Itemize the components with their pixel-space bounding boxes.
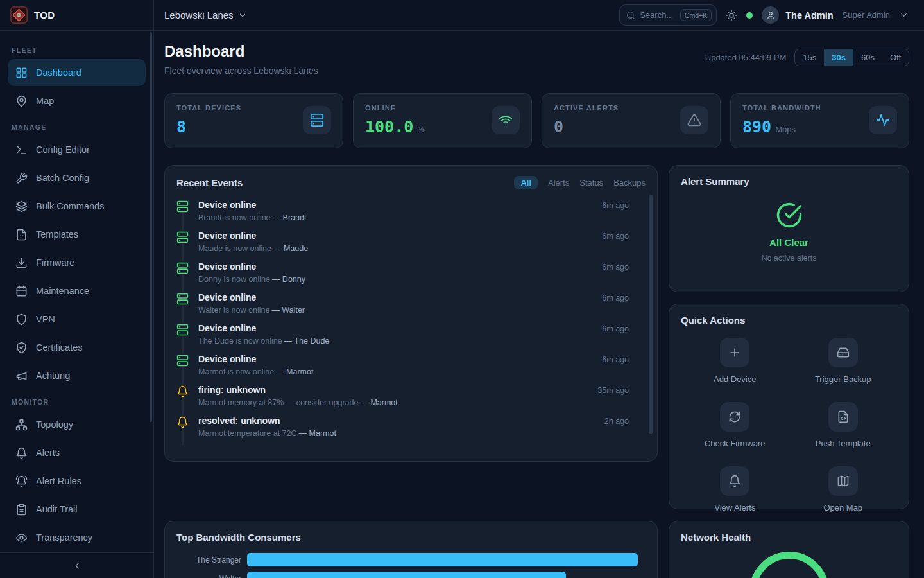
sidebar-item-maintenance[interactable]: Maintenance <box>8 277 146 304</box>
search-input[interactable] <box>640 10 676 20</box>
sidebar-item-dashboard[interactable]: Dashboard <box>8 59 146 86</box>
sidebar-item-batch-config[interactable]: Batch Config <box>8 164 146 191</box>
calendar-icon <box>15 285 28 297</box>
sidebar-collapse-button[interactable] <box>0 552 153 578</box>
sidebar-item-label: Dashboard <box>36 67 81 78</box>
event-title: Device online <box>198 354 593 364</box>
event-tabs: All Alerts Status Backups <box>514 176 646 189</box>
sidebar-item-vpn[interactable]: VPN <box>8 306 146 333</box>
search-box[interactable]: Cmd+K <box>619 4 717 26</box>
event-detail: Walter is now online <box>198 306 270 315</box>
add-device-button[interactable]: Add Device <box>681 338 789 384</box>
sidebar-item-label: Map <box>36 96 54 106</box>
server-icon <box>176 200 189 213</box>
check-circle-icon <box>776 202 803 229</box>
sidebar-scrollbar[interactable] <box>150 32 152 422</box>
tab-all[interactable]: All <box>514 176 538 189</box>
recent-events-panel: Recent Events All Alerts Status Backups … <box>164 165 658 462</box>
sidebar-item-audit-trail[interactable]: Audit Trail <box>8 496 146 523</box>
event-time: 6m ago <box>602 232 629 241</box>
sidebar-item-firmware[interactable]: Firmware <box>8 249 146 276</box>
bell-icon <box>15 447 28 459</box>
server-icon <box>176 261 189 274</box>
shield-icon <box>15 313 28 326</box>
stat-card-total-devices: TOTAL DEVICES 8 <box>164 93 343 148</box>
sidebar-item-certificates[interactable]: Certificates <box>8 334 146 361</box>
qa-label: Push Template <box>816 439 871 448</box>
chevron-left-icon <box>72 561 82 571</box>
event-row[interactable]: Device online Marmot is now online— Marm… <box>176 354 646 385</box>
terminal-icon <box>15 144 28 156</box>
push-template-button[interactable]: Push Template <box>789 402 898 448</box>
trigger-backup-button[interactable]: Trigger Backup <box>789 338 898 384</box>
avatar[interactable] <box>762 6 779 24</box>
event-detail: Maude is now online <box>198 244 271 253</box>
stat-icon-chip <box>492 106 520 134</box>
alert-status-text: All Clear <box>769 237 809 248</box>
events-scrollbar[interactable] <box>649 195 653 434</box>
eye-icon <box>15 532 28 544</box>
interval-30s-button[interactable]: 30s <box>824 49 853 66</box>
quick-actions-panel: Quick Actions Add Device Trigger Backup <box>669 304 909 509</box>
stat-label: TOTAL DEVICES <box>176 104 241 112</box>
qa-label: Open Map <box>823 503 862 512</box>
bell-icon <box>176 385 189 398</box>
interval-off-button[interactable]: Off <box>882 49 909 66</box>
sidebar-item-templates[interactable]: Templates <box>8 221 146 248</box>
map-pin-icon <box>15 95 28 107</box>
interval-15s-button[interactable]: 15s <box>795 49 824 66</box>
sidebar-item-achtung[interactable]: Achtung <box>8 362 146 389</box>
panel-title: Top Bandwidth Consumers <box>176 532 301 543</box>
event-row[interactable]: Device online Maude is now online— Maude… <box>176 231 646 261</box>
event-time: 6m ago <box>602 201 629 210</box>
bandwidth-chart: The Stranger Walter <box>176 553 646 578</box>
tab-alerts[interactable]: Alerts <box>548 178 569 188</box>
event-row[interactable]: Device online Brandt is now online— Bran… <box>176 200 646 231</box>
layers-icon <box>15 200 28 213</box>
open-map-button[interactable]: Open Map <box>789 466 898 512</box>
event-row[interactable]: Device online The Dude is now online— Th… <box>176 323 646 354</box>
event-time: 6m ago <box>602 293 629 302</box>
map-icon <box>837 475 850 487</box>
user-icon <box>766 11 775 20</box>
sidebar-item-topology[interactable]: Topology <box>8 411 146 438</box>
interval-60s-button[interactable]: 60s <box>853 49 882 66</box>
stat-value: 0 <box>554 118 563 136</box>
refresh-interval-control: 15s 30s 60s Off <box>794 49 909 66</box>
event-row[interactable]: Device online Walter is now online— Walt… <box>176 292 646 323</box>
bandwidth-row: The Stranger <box>176 553 646 566</box>
sidebar-item-map[interactable]: Map <box>8 87 146 114</box>
megaphone-icon <box>15 370 28 382</box>
user-menu-button[interactable] <box>899 10 909 20</box>
server-icon <box>176 231 189 243</box>
event-device: — Marmot <box>360 398 397 407</box>
hard-drive-icon <box>837 346 850 359</box>
stat-icon-chip <box>869 106 897 134</box>
view-alerts-button[interactable]: View Alerts <box>681 466 789 512</box>
sidebar-item-bulk-commands[interactable]: Bulk Commands <box>8 193 146 220</box>
sidebar-item-alerts[interactable]: Alerts <box>8 439 146 466</box>
sidebar-item-alert-rules[interactable]: Alert Rules <box>8 468 146 495</box>
sidebar-item-label: Alert Rules <box>36 476 81 486</box>
event-row[interactable]: Device online Donny is now online— Donny… <box>176 261 646 292</box>
stats-row: TOTAL DEVICES 8 ONLINE 100.0 % <box>164 93 909 148</box>
sidebar-item-transparency[interactable]: Transparency <box>8 524 146 551</box>
sidebar-item-label: Certificates <box>36 342 83 353</box>
org-selector[interactable]: Lebowski Lanes <box>164 10 247 21</box>
page-header: Dashboard Fleet overview across Lebowski… <box>164 42 909 76</box>
event-row[interactable]: resolved: unknown Marmot temperature at … <box>176 416 646 445</box>
event-title: Device online <box>198 231 593 241</box>
tab-backups[interactable]: Backups <box>613 178 646 188</box>
tab-status[interactable]: Status <box>579 178 603 188</box>
layout-grid-icon <box>15 67 28 79</box>
theme-toggle-button[interactable] <box>726 10 737 21</box>
event-row[interactable]: firing: unknown Marmot memory at 87% — c… <box>176 385 646 416</box>
sidebar-item-config-editor[interactable]: Config Editor <box>8 136 146 163</box>
sidebar: TOD FLEET Dashboard Map MANAGE Config Ed… <box>0 0 154 578</box>
check-firmware-button[interactable]: Check Firmware <box>681 402 789 448</box>
stat-suffix: % <box>417 125 425 134</box>
qa-label: View Alerts <box>714 503 755 512</box>
sidebar-item-label: Audit Trail <box>36 504 77 514</box>
event-time: 2h ago <box>604 417 629 426</box>
event-device: — Marmot <box>299 429 336 438</box>
